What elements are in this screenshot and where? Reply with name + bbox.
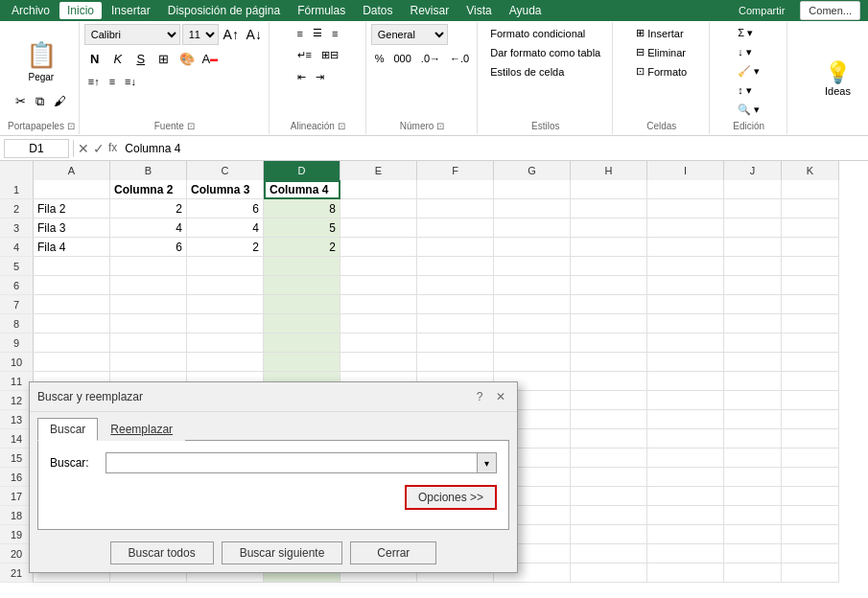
fill-button[interactable]: ↓ ▾ [734,43,756,61]
wrap-text-button[interactable]: ↵≡ [293,46,316,64]
table-cell[interactable] [647,506,724,525]
table-cell[interactable] [724,506,782,525]
col-header-I[interactable]: I [647,161,724,180]
italic-button[interactable]: K [107,48,129,69]
ideas-panel[interactable]: 💡 Ideas [811,22,864,134]
tab-reemplazar[interactable]: Reemplazar [98,418,185,441]
table-cell[interactable]: 6 [187,199,264,218]
table-cell[interactable] [647,468,724,487]
table-cell[interactable]: Columna 2 [110,180,187,199]
insertar-button[interactable]: ⊞ Insertar [632,24,687,42]
table-cell[interactable] [110,334,187,353]
cell-reference-input[interactable] [4,139,69,158]
fill-color-button[interactable]: 🎨 [176,48,198,69]
table-cell[interactable] [187,257,264,276]
table-cell[interactable] [571,295,647,314]
table-cell[interactable] [417,238,494,257]
col-header-J[interactable]: J [724,161,782,180]
table-cell[interactable] [110,257,187,276]
table-cell[interactable] [417,199,494,218]
table-cell[interactable] [647,218,724,238]
table-cell[interactable] [187,295,264,314]
table-cell[interactable] [110,276,187,295]
table-cell[interactable] [724,353,782,372]
table-cell[interactable] [782,487,839,506]
menu-vista[interactable]: Vista [458,2,499,19]
table-cell[interactable] [187,314,264,334]
table-cell[interactable] [782,544,839,564]
cerrar-button[interactable]: Cerrar [350,541,436,564]
align-bottom-button[interactable]: ≡↓ [121,72,140,90]
portapapeles-expand-icon[interactable]: ⊡ [67,121,75,131]
table-cell[interactable] [417,276,494,295]
table-cell[interactable] [724,564,782,583]
dialog-close-button[interactable]: ✕ [492,388,509,405]
table-cell[interactable] [724,218,782,238]
table-cell[interactable] [34,257,110,276]
table-cell[interactable] [782,353,839,372]
table-cell[interactable] [647,487,724,506]
table-cell[interactable] [571,314,647,334]
table-cell[interactable] [264,334,340,353]
table-cell[interactable] [571,353,647,372]
menu-revisar[interactable]: Revisar [403,2,457,19]
table-cell[interactable] [724,410,782,429]
table-cell[interactable] [417,218,494,238]
buscar-siguiente-button[interactable]: Buscar siguiente [222,541,343,564]
table-cell[interactable] [724,448,782,468]
table-cell[interactable] [782,506,839,525]
table-cell[interactable] [647,295,724,314]
table-cell[interactable] [724,334,782,353]
inc-decimal-button[interactable]: .0→ [417,49,444,67]
col-header-E[interactable]: E [340,161,417,180]
table-cell[interactable] [417,257,494,276]
cut-button[interactable]: ✂ [12,92,30,110]
table-cell[interactable] [647,391,724,410]
clear-button[interactable]: 🧹 ▾ [734,62,763,80]
table-cell[interactable] [571,468,647,487]
col-header-A[interactable]: A [34,161,110,180]
tab-buscar[interactable]: Buscar [37,418,98,441]
increase-font-button[interactable]: A↑ [221,24,242,45]
col-header-C[interactable]: C [187,161,264,180]
table-cell[interactable] [494,314,571,334]
numero-expand-icon[interactable]: ⊡ [436,121,444,131]
table-cell[interactable]: 4 [110,218,187,238]
menu-archivo[interactable]: Archivo [4,2,58,19]
table-cell[interactable] [571,180,647,199]
col-header-G[interactable]: G [494,161,571,180]
table-cell[interactable] [571,525,647,544]
table-cell[interactable] [494,257,571,276]
menu-formulas[interactable]: Fórmulas [290,2,353,19]
table-cell[interactable] [110,353,187,372]
table-cell[interactable]: 2 [187,238,264,257]
table-cell[interactable] [647,276,724,295]
indent-inc-button[interactable]: ⇥ [312,68,328,86]
table-cell[interactable] [340,295,417,314]
table-cell[interactable] [34,334,110,353]
table-cell[interactable] [782,410,839,429]
table-cell[interactable] [647,314,724,334]
table-cell[interactable] [782,525,839,544]
table-cell[interactable] [571,506,647,525]
table-cell[interactable] [187,334,264,353]
estilos-celda-button[interactable]: Estilos de celda [486,62,568,80]
table-cell[interactable]: 2 [264,238,340,257]
align-top-button[interactable]: ≡↑ [84,72,104,90]
table-cell[interactable] [724,295,782,314]
table-cell[interactable] [782,391,839,410]
opciones-button[interactable]: Opciones >> [405,485,497,510]
table-cell[interactable] [647,429,724,448]
table-cell[interactable] [340,238,417,257]
eliminar-button[interactable]: ⊟ Eliminar [632,43,690,61]
col-header-H[interactable]: H [571,161,647,180]
table-cell[interactable]: 8 [264,199,340,218]
table-cell[interactable] [494,238,571,257]
table-cell[interactable] [494,180,571,199]
table-cell[interactable] [724,525,782,544]
table-cell[interactable] [782,564,839,583]
table-cell[interactable] [264,295,340,314]
merge-button[interactable]: ⊞⊟ [317,46,342,64]
sort-filter-button[interactable]: ↕ ▾ [734,81,756,100]
table-cell[interactable] [571,429,647,448]
